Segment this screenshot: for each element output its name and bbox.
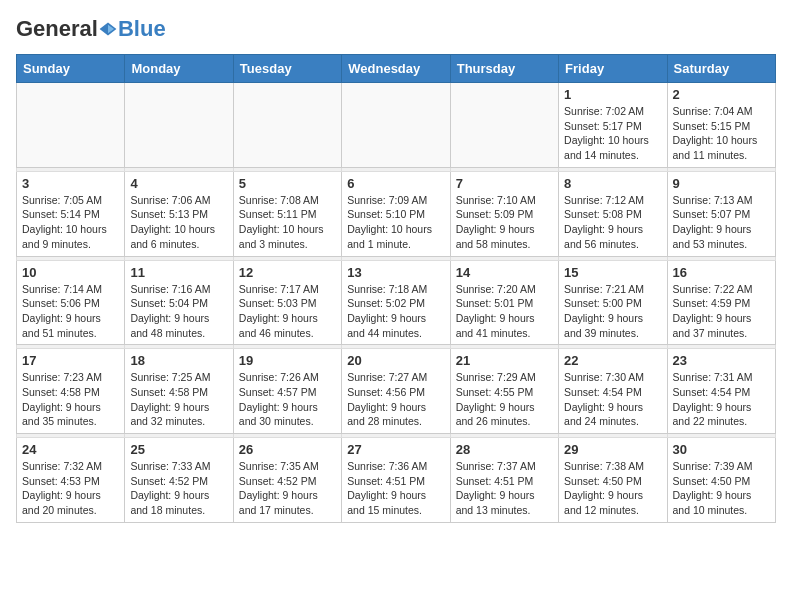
calendar-header-monday: Monday (125, 55, 233, 83)
calendar-cell: 16Sunrise: 7:22 AM Sunset: 4:59 PM Dayli… (667, 260, 775, 345)
day-number: 30 (673, 442, 770, 457)
day-info: Sunrise: 7:29 AM Sunset: 4:55 PM Dayligh… (456, 370, 553, 429)
calendar-cell (17, 83, 125, 168)
day-info: Sunrise: 7:21 AM Sunset: 5:00 PM Dayligh… (564, 282, 661, 341)
day-number: 24 (22, 442, 119, 457)
day-number: 9 (673, 176, 770, 191)
day-info: Sunrise: 7:39 AM Sunset: 4:50 PM Dayligh… (673, 459, 770, 518)
calendar-cell: 15Sunrise: 7:21 AM Sunset: 5:00 PM Dayli… (559, 260, 667, 345)
logo-general-text: General (16, 16, 98, 42)
calendar-header-friday: Friday (559, 55, 667, 83)
day-number: 10 (22, 265, 119, 280)
day-info: Sunrise: 7:31 AM Sunset: 4:54 PM Dayligh… (673, 370, 770, 429)
calendar-week-row-5: 24Sunrise: 7:32 AM Sunset: 4:53 PM Dayli… (17, 438, 776, 523)
day-info: Sunrise: 7:10 AM Sunset: 5:09 PM Dayligh… (456, 193, 553, 252)
day-info: Sunrise: 7:32 AM Sunset: 4:53 PM Dayligh… (22, 459, 119, 518)
day-number: 19 (239, 353, 336, 368)
calendar-header-tuesday: Tuesday (233, 55, 341, 83)
day-info: Sunrise: 7:13 AM Sunset: 5:07 PM Dayligh… (673, 193, 770, 252)
day-info: Sunrise: 7:18 AM Sunset: 5:02 PM Dayligh… (347, 282, 444, 341)
day-info: Sunrise: 7:37 AM Sunset: 4:51 PM Dayligh… (456, 459, 553, 518)
calendar-header-sunday: Sunday (17, 55, 125, 83)
calendar-cell: 29Sunrise: 7:38 AM Sunset: 4:50 PM Dayli… (559, 438, 667, 523)
day-number: 5 (239, 176, 336, 191)
calendar-cell: 28Sunrise: 7:37 AM Sunset: 4:51 PM Dayli… (450, 438, 558, 523)
day-info: Sunrise: 7:26 AM Sunset: 4:57 PM Dayligh… (239, 370, 336, 429)
calendar-week-row-4: 17Sunrise: 7:23 AM Sunset: 4:58 PM Dayli… (17, 349, 776, 434)
logo-icon (99, 20, 117, 38)
day-info: Sunrise: 7:12 AM Sunset: 5:08 PM Dayligh… (564, 193, 661, 252)
calendar-week-row-2: 3Sunrise: 7:05 AM Sunset: 5:14 PM Daylig… (17, 171, 776, 256)
calendar-cell: 27Sunrise: 7:36 AM Sunset: 4:51 PM Dayli… (342, 438, 450, 523)
calendar-cell (450, 83, 558, 168)
day-number: 4 (130, 176, 227, 191)
calendar-week-row-3: 10Sunrise: 7:14 AM Sunset: 5:06 PM Dayli… (17, 260, 776, 345)
calendar-cell: 7Sunrise: 7:10 AM Sunset: 5:09 PM Daylig… (450, 171, 558, 256)
calendar-cell: 22Sunrise: 7:30 AM Sunset: 4:54 PM Dayli… (559, 349, 667, 434)
calendar-cell: 1Sunrise: 7:02 AM Sunset: 5:17 PM Daylig… (559, 83, 667, 168)
calendar-header-thursday: Thursday (450, 55, 558, 83)
day-info: Sunrise: 7:06 AM Sunset: 5:13 PM Dayligh… (130, 193, 227, 252)
day-number: 6 (347, 176, 444, 191)
calendar-cell: 30Sunrise: 7:39 AM Sunset: 4:50 PM Dayli… (667, 438, 775, 523)
day-info: Sunrise: 7:16 AM Sunset: 5:04 PM Dayligh… (130, 282, 227, 341)
header: General Blue (16, 16, 776, 42)
day-number: 20 (347, 353, 444, 368)
day-number: 28 (456, 442, 553, 457)
day-info: Sunrise: 7:05 AM Sunset: 5:14 PM Dayligh… (22, 193, 119, 252)
day-info: Sunrise: 7:38 AM Sunset: 4:50 PM Dayligh… (564, 459, 661, 518)
calendar-week-row-1: 1Sunrise: 7:02 AM Sunset: 5:17 PM Daylig… (17, 83, 776, 168)
calendar-cell: 11Sunrise: 7:16 AM Sunset: 5:04 PM Dayli… (125, 260, 233, 345)
calendar-cell (342, 83, 450, 168)
calendar-cell: 14Sunrise: 7:20 AM Sunset: 5:01 PM Dayli… (450, 260, 558, 345)
calendar-cell: 8Sunrise: 7:12 AM Sunset: 5:08 PM Daylig… (559, 171, 667, 256)
day-info: Sunrise: 7:35 AM Sunset: 4:52 PM Dayligh… (239, 459, 336, 518)
day-info: Sunrise: 7:20 AM Sunset: 5:01 PM Dayligh… (456, 282, 553, 341)
day-number: 13 (347, 265, 444, 280)
calendar-cell: 23Sunrise: 7:31 AM Sunset: 4:54 PM Dayli… (667, 349, 775, 434)
day-number: 14 (456, 265, 553, 280)
day-info: Sunrise: 7:33 AM Sunset: 4:52 PM Dayligh… (130, 459, 227, 518)
calendar-cell: 21Sunrise: 7:29 AM Sunset: 4:55 PM Dayli… (450, 349, 558, 434)
day-number: 17 (22, 353, 119, 368)
calendar-header-saturday: Saturday (667, 55, 775, 83)
calendar-cell (125, 83, 233, 168)
day-info: Sunrise: 7:30 AM Sunset: 4:54 PM Dayligh… (564, 370, 661, 429)
day-number: 2 (673, 87, 770, 102)
calendar-cell: 13Sunrise: 7:18 AM Sunset: 5:02 PM Dayli… (342, 260, 450, 345)
logo: General Blue (16, 16, 166, 42)
day-info: Sunrise: 7:22 AM Sunset: 4:59 PM Dayligh… (673, 282, 770, 341)
calendar-header-wednesday: Wednesday (342, 55, 450, 83)
day-number: 23 (673, 353, 770, 368)
calendar-cell (233, 83, 341, 168)
calendar-cell: 5Sunrise: 7:08 AM Sunset: 5:11 PM Daylig… (233, 171, 341, 256)
day-number: 8 (564, 176, 661, 191)
calendar-cell: 4Sunrise: 7:06 AM Sunset: 5:13 PM Daylig… (125, 171, 233, 256)
day-number: 18 (130, 353, 227, 368)
day-number: 29 (564, 442, 661, 457)
day-number: 26 (239, 442, 336, 457)
day-info: Sunrise: 7:36 AM Sunset: 4:51 PM Dayligh… (347, 459, 444, 518)
day-info: Sunrise: 7:27 AM Sunset: 4:56 PM Dayligh… (347, 370, 444, 429)
day-number: 22 (564, 353, 661, 368)
calendar-cell: 19Sunrise: 7:26 AM Sunset: 4:57 PM Dayli… (233, 349, 341, 434)
day-number: 25 (130, 442, 227, 457)
day-info: Sunrise: 7:02 AM Sunset: 5:17 PM Dayligh… (564, 104, 661, 163)
calendar-cell: 9Sunrise: 7:13 AM Sunset: 5:07 PM Daylig… (667, 171, 775, 256)
day-number: 16 (673, 265, 770, 280)
day-info: Sunrise: 7:17 AM Sunset: 5:03 PM Dayligh… (239, 282, 336, 341)
day-info: Sunrise: 7:25 AM Sunset: 4:58 PM Dayligh… (130, 370, 227, 429)
day-info: Sunrise: 7:14 AM Sunset: 5:06 PM Dayligh… (22, 282, 119, 341)
calendar-cell: 18Sunrise: 7:25 AM Sunset: 4:58 PM Dayli… (125, 349, 233, 434)
day-number: 1 (564, 87, 661, 102)
calendar-cell: 26Sunrise: 7:35 AM Sunset: 4:52 PM Dayli… (233, 438, 341, 523)
day-info: Sunrise: 7:08 AM Sunset: 5:11 PM Dayligh… (239, 193, 336, 252)
page: General Blue SundayMondayTuesdayWednesda… (0, 0, 792, 539)
day-number: 3 (22, 176, 119, 191)
day-number: 12 (239, 265, 336, 280)
day-info: Sunrise: 7:04 AM Sunset: 5:15 PM Dayligh… (673, 104, 770, 163)
day-info: Sunrise: 7:09 AM Sunset: 5:10 PM Dayligh… (347, 193, 444, 252)
calendar-cell: 12Sunrise: 7:17 AM Sunset: 5:03 PM Dayli… (233, 260, 341, 345)
day-number: 21 (456, 353, 553, 368)
day-info: Sunrise: 7:23 AM Sunset: 4:58 PM Dayligh… (22, 370, 119, 429)
